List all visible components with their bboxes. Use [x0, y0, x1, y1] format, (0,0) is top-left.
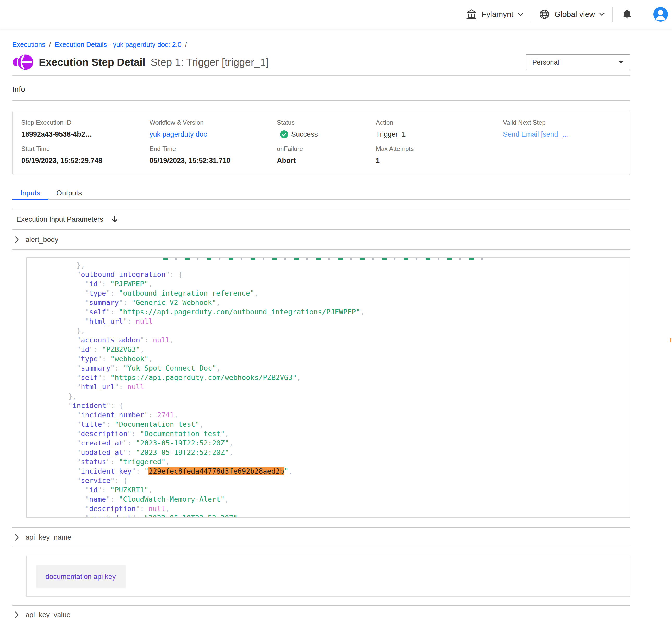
topbar-divider	[530, 7, 531, 22]
success-check-icon	[280, 130, 288, 138]
next-step-link[interactable]: Send Email [send_…	[503, 130, 569, 138]
field-end-time: End Time 05/19/2023, 15:52:31.710	[150, 145, 277, 165]
status-badge: Success	[277, 130, 376, 138]
api-key-name-chip: documentation api key	[36, 565, 125, 588]
divider	[12, 547, 630, 547]
info-heading: Info	[12, 85, 630, 94]
breadcrumb-separator: /	[185, 40, 187, 48]
divider	[12, 100, 630, 101]
scope-select-value: Personal	[532, 58, 559, 66]
org-switcher[interactable]: Fylamynt	[466, 8, 523, 20]
section-title: Execution Input Parameters	[16, 215, 103, 223]
json-code: },"outbound_integration": {"id": "PJFWPE…	[26, 258, 630, 518]
scope-select[interactable]: Personal	[526, 54, 630, 70]
workflow-link[interactable]: yuk pagerduty doc	[150, 130, 207, 138]
avatar-icon	[653, 7, 668, 22]
json-code-block[interactable]: },"outbound_integration": {"id": "PJFWPE…	[26, 258, 630, 518]
dropdown-caret-icon	[618, 61, 623, 64]
chevron-right-icon	[15, 611, 19, 618]
field-step-execution-id: Step Execution ID 18992a43-9538-4b2…	[21, 119, 150, 138]
bell-icon	[621, 8, 633, 20]
divider	[12, 249, 630, 250]
bank-icon	[466, 8, 478, 20]
chevron-right-icon	[15, 534, 19, 541]
account-button[interactable]	[653, 7, 668, 22]
view-switcher[interactable]: Global view	[538, 8, 605, 20]
field-status: Status Success	[277, 119, 376, 138]
page-title: Execution Step Detail	[39, 57, 145, 68]
page-header: Execution Step Detail Step 1: Trigger [t…	[12, 54, 630, 71]
chevron-down-icon	[517, 12, 523, 16]
chevron-down-icon	[599, 12, 605, 16]
tab-inputs[interactable]: Inputs	[12, 187, 48, 199]
tabstrip: Inputs Outputs	[12, 187, 630, 200]
info-grid: Step Execution ID 18992a43-9538-4b2… Wor…	[21, 119, 630, 165]
field-workflow-version: Workflow & Version yuk pagerduty doc	[150, 119, 277, 138]
org-label: Fylamynt	[482, 10, 513, 19]
topbar-divider	[612, 7, 613, 22]
tab-outputs[interactable]: Outputs	[48, 187, 90, 199]
chevron-right-icon	[15, 236, 19, 243]
breadcrumb: Executions / Execution Details - yuk pag…	[12, 40, 630, 48]
api-key-name-panel: documentation api key	[26, 555, 630, 597]
field-max-attempts: Max Attempts 1	[376, 145, 503, 165]
expander-label: api_key_name	[25, 533, 71, 541]
breadcrumb-execution-details[interactable]: Execution Details - yuk pagerduty doc: 2…	[55, 40, 181, 48]
expander-api-key-name[interactable]: api_key_name	[12, 528, 630, 547]
topbar: Fylamynt Global view	[0, 0, 672, 29]
expander-alert-body[interactable]: alert_body	[12, 230, 630, 249]
info-card: Step Execution ID 18992a43-9538-4b2… Wor…	[12, 111, 630, 175]
divider	[12, 76, 630, 76]
expander-api-key-value[interactable]: api_key_value	[12, 606, 630, 618]
field-onfailure: onFailure Abort	[277, 145, 376, 165]
field-valid-next-step: Valid Next Step Send Email [send_…	[503, 119, 630, 138]
download-arrow-icon[interactable]	[111, 215, 118, 223]
notifications-button[interactable]	[621, 8, 633, 20]
expander-label: api_key_value	[25, 611, 71, 618]
breadcrumb-executions[interactable]: Executions	[12, 40, 45, 48]
field-start-time: Start Time 05/19/2023, 15:52:29.748	[21, 145, 150, 165]
execution-input-parameters-bar: Execution Input Parameters	[12, 209, 630, 229]
field-action: Action Trigger_1	[376, 119, 503, 138]
page-subtitle: Step 1: Trigger [trigger_1]	[151, 57, 269, 68]
workflow-step-icon	[13, 53, 33, 72]
scrollbar-match-marker	[670, 338, 671, 342]
globe-icon	[538, 8, 551, 20]
breadcrumb-separator: /	[49, 40, 51, 48]
view-label: Global view	[555, 10, 595, 19]
expander-label: alert_body	[25, 236, 58, 244]
